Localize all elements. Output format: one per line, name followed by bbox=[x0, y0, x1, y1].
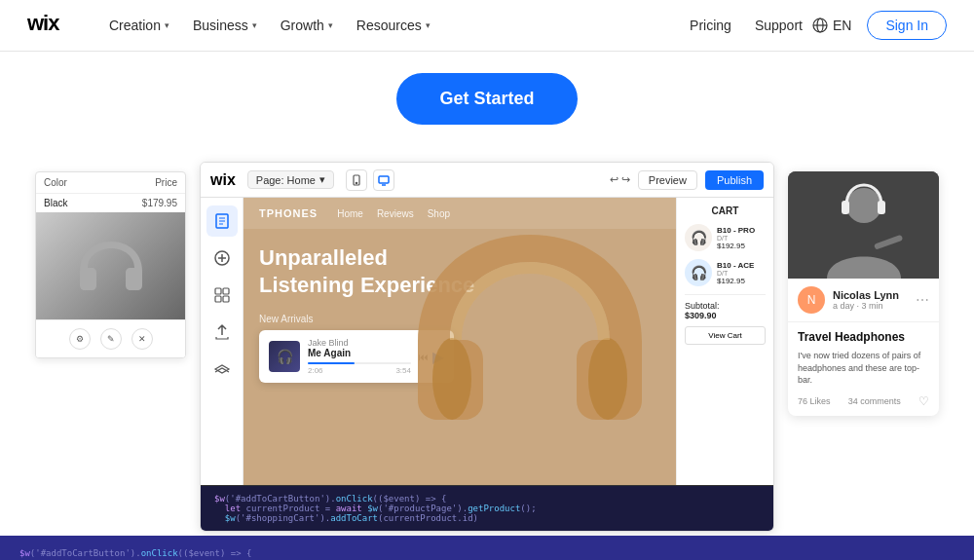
bottom-controls: ⚙ ✎ ✕ bbox=[36, 319, 185, 357]
editor-icon-group bbox=[346, 169, 394, 191]
cart-panel: CART 🎧 B10 - PRO D/T $192.95 🎧 B10 - ACE… bbox=[676, 198, 773, 485]
nav-item-resources[interactable]: Resources ▾ bbox=[347, 12, 440, 39]
nav-item-pricing[interactable]: Pricing bbox=[680, 12, 741, 39]
main-content: Color Price Black $179.95 ⚙ ✎ ✕ bbox=[0, 162, 974, 532]
layers-icon bbox=[213, 360, 231, 378]
site-preview: TPHONES Home Reviews Shop UnparalleledLi… bbox=[244, 198, 676, 485]
upload-icon bbox=[213, 323, 231, 341]
page-chevron-icon: ▾ bbox=[319, 173, 325, 186]
music-thumb-image: 🎧 bbox=[269, 341, 300, 372]
cart-item-2-name: B10 - ACE bbox=[717, 261, 766, 270]
svg-rect-6 bbox=[379, 176, 389, 183]
edit-icon-btn[interactable]: ✎ bbox=[100, 328, 122, 350]
view-cart-button[interactable]: View Cart bbox=[685, 326, 766, 345]
table-header: Color Price bbox=[36, 172, 185, 194]
cart-item-2-sub: D/T bbox=[717, 270, 766, 277]
cart-item-1: 🎧 B10 - PRO D/T $192.95 bbox=[685, 224, 766, 251]
wix-logo[interactable]: wix bbox=[27, 10, 68, 41]
cart-item-2: 🎧 B10 - ACE D/T $192.95 bbox=[685, 259, 766, 286]
editor-body: TPHONES Home Reviews Shop UnparalleledLi… bbox=[201, 198, 773, 485]
profile-name: Nicolas Lynn bbox=[833, 289, 899, 301]
upload-tool[interactable] bbox=[206, 317, 238, 348]
code-display: $w('#addToCartButton').onClick(($event) … bbox=[19, 547, 955, 560]
layers-tool[interactable] bbox=[206, 354, 238, 385]
cart-item-2-price: $192.95 bbox=[717, 277, 766, 285]
pages-tool[interactable] bbox=[206, 205, 238, 237]
nav-item-creation[interactable]: Creation ▾ bbox=[99, 12, 179, 39]
profile-time: a day · 3 min bbox=[833, 301, 899, 311]
music-progress-fill bbox=[308, 362, 355, 364]
wix-editor-panel: wix Page: Home ▾ bbox=[200, 162, 774, 532]
svg-rect-17 bbox=[215, 296, 221, 302]
profile-avatar: N bbox=[798, 286, 825, 314]
grid-icon bbox=[213, 286, 231, 304]
site-nav-home[interactable]: Home bbox=[337, 208, 363, 219]
more-icon-btn[interactable]: ✕ bbox=[131, 328, 153, 350]
cart-title: CART bbox=[685, 205, 766, 216]
business-chevron-icon: ▾ bbox=[252, 20, 257, 30]
product-image-area bbox=[36, 212, 185, 319]
nav-items: Creation ▾ Business ▾ Growth ▾ Resources… bbox=[99, 12, 812, 39]
add-elements-tool[interactable] bbox=[206, 243, 238, 274]
post-comments: 34 comments bbox=[848, 396, 901, 406]
headphone-main-image bbox=[374, 198, 676, 485]
editor-topbar: wix Page: Home ▾ bbox=[201, 163, 773, 198]
language-selector[interactable]: EN bbox=[812, 18, 851, 33]
cart-item-2-info: B10 - ACE D/T $192.95 bbox=[717, 261, 766, 285]
blog-post-card: N Nicolas Lynn a day · 3 min ⋯ Travel He… bbox=[788, 171, 939, 416]
color-price-table: Color Price Black $179.95 bbox=[36, 172, 185, 212]
left-panel-card: Color Price Black $179.95 ⚙ ✎ ✕ bbox=[35, 171, 186, 358]
publish-button[interactable]: Publish bbox=[705, 170, 764, 190]
navbar: wix Creation ▾ Business ▾ Growth ▾ Resou… bbox=[0, 0, 974, 52]
undo-button[interactable]: ↩ ↪ bbox=[610, 173, 630, 186]
svg-rect-15 bbox=[215, 288, 221, 294]
signin-button[interactable]: Sign In bbox=[867, 11, 947, 40]
post-likes: 76 Likes bbox=[798, 396, 831, 406]
more-options-icon[interactable]: ⋯ bbox=[916, 292, 929, 308]
cart-item-1-info: B10 - PRO D/T $192.95 bbox=[717, 226, 766, 250]
music-thumbnail: 🎧 bbox=[269, 341, 300, 372]
get-started-button[interactable]: Get Started bbox=[396, 73, 577, 125]
svg-point-20 bbox=[588, 338, 627, 420]
svg-point-19 bbox=[432, 338, 471, 420]
globe-icon bbox=[812, 18, 828, 33]
post-title: Travel Headphones bbox=[798, 330, 929, 344]
cart-item-2-image: 🎧 bbox=[685, 259, 712, 286]
cart-item-1-sub: D/T bbox=[717, 235, 766, 242]
hero-section: Get Started bbox=[0, 52, 974, 162]
svg-text:wix: wix bbox=[27, 11, 60, 34]
right-panel: N Nicolas Lynn a day · 3 min ⋯ Travel He… bbox=[788, 171, 939, 416]
page-selector[interactable]: Page: Home ▾ bbox=[247, 170, 334, 189]
left-panel: Color Price Black $179.95 ⚙ ✎ ✕ bbox=[35, 171, 186, 358]
nav-item-support[interactable]: Support bbox=[745, 12, 812, 39]
editor-topbar-right: ↩ ↪ Preview Publish bbox=[610, 170, 764, 190]
blog-post-content: Travel Headphones I've now tried dozens … bbox=[788, 322, 939, 416]
svg-rect-18 bbox=[223, 296, 229, 302]
bottom-code-section: $w('#addToCartButton').onClick(($event) … bbox=[0, 536, 974, 560]
nav-right: EN Sign In bbox=[812, 11, 947, 40]
like-icon[interactable]: ♡ bbox=[918, 394, 929, 408]
grid-tool[interactable] bbox=[206, 280, 238, 311]
resources-chevron-icon: ▾ bbox=[426, 20, 431, 30]
settings-icon-btn[interactable]: ⚙ bbox=[69, 328, 91, 350]
svg-rect-16 bbox=[223, 288, 229, 294]
code-bar: $w('#addToCartButton').onClick(($event) … bbox=[201, 485, 773, 531]
person-silhouette bbox=[788, 171, 939, 279]
add-icon bbox=[213, 249, 231, 267]
headphone-background bbox=[36, 212, 185, 319]
cart-item-1-name: B10 - PRO bbox=[717, 226, 766, 235]
blog-post-image bbox=[788, 171, 939, 279]
cart-subtotal: Subtotal: $309.90 bbox=[685, 294, 766, 320]
cart-item-1-price: $192.95 bbox=[717, 242, 766, 250]
site-brand-name: TPHONES bbox=[259, 207, 318, 219]
preview-button[interactable]: Preview bbox=[638, 170, 697, 190]
nav-item-business[interactable]: Business ▾ bbox=[183, 12, 267, 39]
desktop-view-icon[interactable] bbox=[373, 169, 394, 191]
mobile-view-icon[interactable] bbox=[346, 169, 367, 191]
table-row: Black $179.95 bbox=[36, 194, 185, 212]
post-meta: 76 Likes 34 comments ♡ bbox=[798, 394, 929, 408]
creation-chevron-icon: ▾ bbox=[165, 20, 169, 30]
nav-item-growth[interactable]: Growth ▾ bbox=[271, 12, 343, 39]
editor-wix-logo: wix bbox=[210, 171, 236, 189]
svg-rect-23 bbox=[842, 201, 849, 214]
